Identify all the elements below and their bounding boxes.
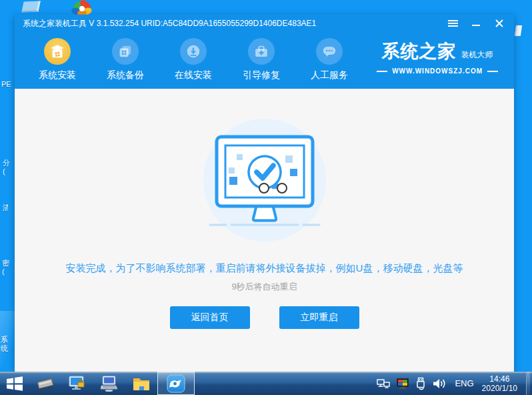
monitor-lock-icon [68,375,87,392]
system-tray: ENG 14:46 2020/1/10 [377,372,532,395]
install-complete-message: 安装完成，为了不影响系统部署，重启前请将外接设备拔掉，例如U盘，移动硬盘，光盘等 [66,262,463,275]
nav-label: 在线安装 [171,69,216,81]
clock-time: 14:46 [482,374,517,384]
restart-countdown: 9秒后将自动重启 [231,281,297,293]
taskbar-clock[interactable]: 14:46 2020/1/10 [482,374,520,393]
menu-button[interactable] [447,19,458,28]
nav-item-system-install[interactable]: 系统安装 [35,32,80,89]
close-button[interactable] [494,19,505,28]
desktop-icon-label-password[interactable]: 密 ( [2,259,14,276]
nav-item-boot-repair[interactable]: 引导修复 [239,32,284,89]
language-indicator[interactable]: ENG [453,378,475,388]
back-home-button[interactable]: 返回首页 [170,306,250,329]
brand-website: WWW.WINDOWSZJ.COM [392,67,483,75]
nav-item-online-install[interactable]: 在线安装 [171,32,216,89]
usb-device-icon[interactable] [415,377,426,390]
nav-bar: 系统安装 系统备份 [15,32,514,89]
repair-toolbox-icon [248,38,275,65]
taskbar: ENG 14:46 2020/1/10 [0,372,532,395]
taskbar-item-memory-tool[interactable] [29,372,61,395]
desktop: PE 分 ( 清 密 ( 系统 系统之家装机工具 V 3.1.532.254 U… [0,0,532,395]
install-box-icon [44,38,71,65]
taskbar-item-pe-tool[interactable] [61,372,93,395]
brand-name: 系统之家 [382,39,457,63]
desktop-icon-fragment-right [515,25,522,36]
backup-icon [112,38,139,65]
logo-dash-left [377,71,387,72]
app-window: 系统之家装机工具 V 3.1.532.254 URID:A5C84DD9A165… [15,15,514,372]
desktop-icon-label-clean[interactable]: 清 [3,204,8,212]
close-icon [495,19,503,27]
computer-keyboard-icon [100,375,119,392]
brand-logo: 系统之家 装机大师 WWW.WINDOWSZJ.COM [377,39,498,75]
nav-label: 系统安装 [35,69,80,81]
desktop-highlight [0,311,15,372]
main-content: 安装完成，为了不影响系统部署，重启前请将外接设备拔掉，例如U盘，移动硬盘，光盘等… [15,89,514,372]
button-row: 返回首页 立即重启 [170,306,359,329]
taskbar-item-active-app[interactable] [157,372,195,395]
taskbar-item-file-explorer[interactable] [125,372,157,395]
logo-dash-right [487,71,498,72]
network-icon[interactable] [377,378,390,390]
nav-item-customer-service[interactable]: 人工服务 [307,32,352,89]
desktop-icon-monitor[interactable] [21,1,41,13]
restart-now-button[interactable]: 立即重启 [279,306,359,329]
minimize-button[interactable] [471,19,481,28]
taskbar-left [0,372,195,395]
download-icon [180,38,207,65]
nav-label: 人工服务 [307,69,352,81]
display-settings-icon[interactable] [396,378,409,390]
minimize-icon [472,25,480,26]
titlebar[interactable]: 系统之家装机工具 V 3.1.532.254 URID:A5C84DD9A165… [15,15,514,32]
volume-icon[interactable] [432,378,447,390]
taskbar-item-computer[interactable] [93,372,125,395]
nav-label: 系统备份 [103,69,148,81]
start-button[interactable] [0,372,29,395]
folder-icon [132,376,151,392]
hamburger-icon [448,20,458,27]
chat-bubble-icon [316,38,343,65]
install-complete-illustration [198,118,331,245]
show-desktop-button[interactable] [526,372,530,395]
app-logo-icon [167,374,185,393]
brand-subtitle: 装机大师 [461,49,493,61]
windows-logo-icon [6,376,23,391]
window-controls [447,19,506,28]
desktop-icon-label-partition[interactable]: 分 ( [3,159,15,176]
clock-date: 2020/1/10 [482,384,517,393]
nav-label: 引导修复 [239,69,284,81]
window-title: 系统之家装机工具 V 3.1.532.254 URID:A5C84DD9A165… [23,18,447,29]
nav-item-system-backup[interactable]: 系统备份 [103,32,148,89]
desktop-icon-label-pe[interactable]: PE [1,80,15,89]
memory-chip-icon [36,376,55,392]
